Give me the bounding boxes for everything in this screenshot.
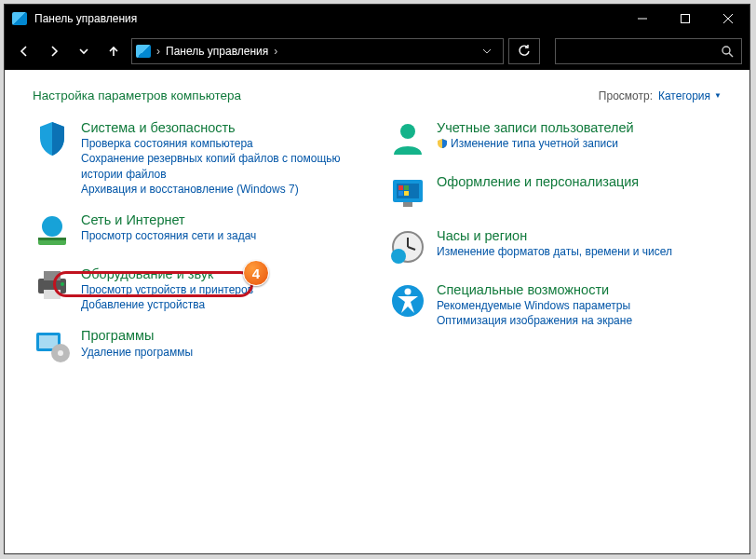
category-system-security: Система и безопасность Проверка состояни… [33, 119, 366, 197]
left-column: Система и безопасность Проверка состояни… [33, 119, 366, 366]
svg-point-5 [722, 47, 730, 54]
svg-line-6 [729, 53, 733, 57]
recent-locations-button[interactable] [72, 39, 96, 63]
categories-grid: Система и безопасность Проверка состояни… [33, 119, 722, 366]
link-network-internet[interactable]: Сеть и Интернет [81, 211, 256, 228]
view-dropdown[interactable]: Категория ▼ [658, 89, 722, 102]
svg-rect-24 [404, 191, 409, 196]
clock-icon [388, 227, 427, 266]
chevron-right-icon[interactable]: › [156, 45, 160, 58]
control-panel-icon [12, 12, 27, 25]
link-network-status[interactable]: Просмотр состояния сети и задач [81, 228, 256, 243]
right-column: Учетные записи пользователей Изменение т… [388, 119, 722, 366]
svg-rect-23 [398, 191, 403, 196]
link-check-status[interactable]: Проверка состояния компьютера [81, 136, 366, 151]
link-accessibility[interactable]: Специальные возможности [437, 281, 632, 298]
uac-shield-icon [437, 138, 448, 149]
category-accessibility: Специальные возможности Рекомендуемые Wi… [388, 281, 722, 329]
page-title: Настройка параметров компьютера [33, 89, 241, 102]
annotation-badge: 4 [243, 260, 269, 286]
back-button[interactable] [12, 39, 36, 63]
category-hardware-sound: Оборудование и звук Просмотр устройств и… [33, 266, 366, 313]
printer-icon [33, 266, 72, 305]
chevron-right-icon[interactable]: › [274, 45, 277, 58]
view-label: Просмотр: [599, 89, 653, 102]
breadcrumb-root[interactable]: Панель управления [166, 45, 268, 58]
link-system-security[interactable]: Система и безопасность [81, 119, 366, 136]
shield-icon [33, 119, 72, 158]
link-personalization[interactable]: Оформление и персонализация [437, 173, 639, 190]
link-view-devices-printers[interactable]: Просмотр устройств и принтеров [81, 282, 253, 297]
view-value: Категория [658, 89, 710, 102]
svg-point-29 [391, 249, 406, 264]
link-recommended-settings[interactable]: Рекомендуемые Windows параметры [437, 298, 632, 313]
forward-button[interactable] [42, 39, 66, 63]
link-clock-region[interactable]: Часы и регион [437, 227, 672, 244]
svg-point-7 [42, 216, 62, 237]
up-button[interactable] [101, 39, 126, 63]
globe-network-icon [33, 211, 72, 251]
window-title: Панель управления [34, 12, 137, 25]
link-add-device[interactable]: Добавление устройства [81, 297, 253, 312]
address-bar[interactable]: › Панель управления › [131, 38, 504, 64]
link-optimize-display[interactable]: Оптимизация изображения на экране [437, 313, 632, 328]
svg-rect-25 [403, 202, 412, 207]
svg-rect-21 [398, 185, 403, 190]
category-network: Сеть и Интернет Просмотр состояния сети … [33, 211, 366, 251]
programs-icon [33, 327, 72, 366]
category-personalization: Оформление и персонализация [388, 173, 722, 212]
svg-point-31 [405, 289, 412, 295]
breadcrumb-icon [136, 45, 151, 58]
svg-rect-22 [404, 185, 409, 190]
svg-rect-9 [38, 238, 66, 240]
personalization-icon [388, 173, 427, 212]
link-programs[interactable]: Программы [81, 327, 193, 344]
category-programs: Программы Удаление программы [33, 327, 366, 366]
address-history-dropdown[interactable] [475, 47, 499, 56]
maximize-button[interactable] [664, 5, 707, 33]
content-area: Настройка параметров компьютера Просмотр… [5, 70, 749, 553]
chevron-down-icon: ▼ [714, 91, 722, 100]
user-icon [388, 119, 427, 158]
svg-rect-1 [682, 15, 690, 23]
search-icon [721, 45, 734, 58]
link-user-accounts[interactable]: Учетные записи пользователей [437, 119, 634, 136]
svg-rect-11 [44, 271, 61, 280]
category-user-accounts: Учетные записи пользователей Изменение т… [388, 119, 722, 158]
window-frame: Панель управления › Панель управления › … [4, 4, 750, 554]
search-box[interactable] [555, 38, 742, 64]
content-header: Настройка параметров компьютера Просмотр… [33, 89, 722, 102]
navigation-bar: › Панель управления › [5, 33, 749, 70]
view-selector: Просмотр: Категория ▼ [599, 89, 722, 102]
link-backup-restore[interactable]: Архивация и восстановление (Windows 7) [81, 182, 366, 197]
link-uninstall-program[interactable]: Удаление программы [81, 345, 193, 360]
link-hardware-sound[interactable]: Оборудование и звук [81, 266, 253, 282]
close-button[interactable] [707, 5, 749, 33]
accessibility-icon [388, 281, 427, 320]
title-bar[interactable]: Панель управления [5, 5, 749, 33]
category-clock-region: Часы и регион Изменение форматов даты, в… [388, 227, 722, 266]
svg-point-13 [61, 282, 64, 286]
svg-point-17 [58, 350, 63, 356]
svg-point-18 [400, 124, 415, 139]
refresh-button[interactable] [508, 38, 540, 64]
link-file-history[interactable]: Сохранение резервных копий файлов с помо… [81, 151, 366, 181]
svg-rect-12 [44, 290, 61, 299]
link-date-time-formats[interactable]: Изменение форматов даты, времени и чисел [437, 244, 672, 259]
minimize-button[interactable] [621, 5, 664, 33]
link-change-account-type[interactable]: Изменение типа учетной записи [451, 136, 618, 151]
